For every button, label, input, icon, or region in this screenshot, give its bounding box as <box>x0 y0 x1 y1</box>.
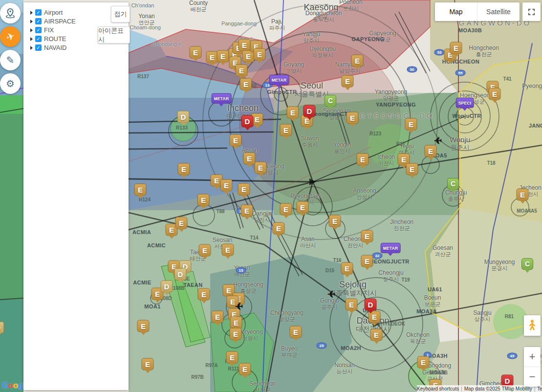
layer-label: Airport <box>44 9 63 16</box>
map-marker-e[interactable]: E <box>351 55 364 67</box>
map-marker-c[interactable]: C <box>325 95 336 107</box>
map-marker-e[interactable]: E <box>239 363 251 375</box>
map-marker-e[interactable]: E <box>425 145 437 157</box>
gear-icon: ⚙ <box>6 79 15 88</box>
layer-checkbox[interactable]: ✓ <box>35 18 42 24</box>
map-marker-e[interactable]: E <box>273 222 285 235</box>
map-marker-e[interactable]: E <box>197 194 210 206</box>
map-marker-e[interactable]: E <box>361 230 373 242</box>
layer-label: FIX <box>44 26 54 34</box>
map-marker-e[interactable]: E <box>489 88 501 100</box>
map-marker-e[interactable]: E <box>190 46 202 59</box>
zoom-in-button[interactable]: + <box>524 347 541 367</box>
expand-arrow-icon[interactable] <box>30 11 35 15</box>
map-marker-e[interactable]: E <box>230 317 242 329</box>
map-marker-d[interactable]: D <box>241 115 254 128</box>
map-marker-e[interactable]: E <box>199 244 211 257</box>
map-marker-e[interactable]: E <box>342 75 354 87</box>
pen-icon: ✎ <box>6 55 15 65</box>
map-marker-e[interactable]: E <box>137 320 150 332</box>
fullscreen-button[interactable] <box>522 2 541 21</box>
collapse-panel-button[interactable]: 접기 <box>111 6 130 22</box>
map-marker-e[interactable]: E <box>370 329 383 341</box>
flight-button[interactable]: ✈ <box>0 26 21 47</box>
map-marker-e[interactable]: E <box>243 152 256 165</box>
map-marker-e[interactable]: E <box>254 48 266 61</box>
map-marker-e[interactable]: E <box>255 162 267 174</box>
location-button[interactable] <box>0 3 21 23</box>
map-marker-e[interactable]: E <box>236 65 248 77</box>
map-marker-c[interactable]: C <box>447 178 459 190</box>
map-marker-e[interactable]: E <box>346 299 358 311</box>
expand-arrow-icon[interactable] <box>30 46 35 50</box>
map-type-satellite-button[interactable]: Satellite <box>477 2 520 21</box>
keyboard-shortcuts-link[interactable]: Keyboard shortcuts <box>417 386 459 392</box>
map-marker-e[interactable]: E <box>226 351 238 364</box>
icon-display-button[interactable]: 아이콘표시 <box>98 26 130 44</box>
layer-checkbox[interactable]: ✓ <box>35 27 42 33</box>
map-marker-e[interactable]: E <box>347 112 359 124</box>
draw-button[interactable]: ✎ <box>0 50 21 70</box>
layer-checkbox[interactable]: ✓ <box>35 36 42 42</box>
map-marker-e[interactable]: E <box>287 107 299 119</box>
attribution-separator: | <box>461 386 462 392</box>
map-marker-metar[interactable]: METAR <box>269 75 289 85</box>
map-marker-e[interactable]: E <box>329 215 341 227</box>
map-marker-e[interactable]: E <box>406 163 418 175</box>
map-marker-e[interactable]: E <box>517 189 529 201</box>
google-logo-letter: g <box>18 381 23 390</box>
attribution-separator: | <box>534 386 536 392</box>
map-marker-e[interactable]: E <box>134 184 147 196</box>
pegman-button[interactable] <box>524 315 541 336</box>
map-marker-d[interactable]: D <box>304 105 316 117</box>
layer-checkbox[interactable]: ✓ <box>35 9 42 16</box>
settings-button[interactable]: ⚙ <box>0 73 21 94</box>
map-marker-e[interactable]: E <box>212 311 224 323</box>
map-marker-metar[interactable]: METAR <box>381 243 401 253</box>
map-marker-e[interactable]: E <box>230 328 242 340</box>
map-marker-metar[interactable]: METAR <box>212 93 232 104</box>
map-marker-dt[interactable]: D <box>177 111 190 123</box>
map-marker-e[interactable]: E <box>230 134 242 147</box>
map-marker-e[interactable]: E <box>175 217 188 229</box>
map-type-control: Map Satellite <box>435 2 520 21</box>
expand-arrow-icon[interactable] <box>30 28 35 32</box>
map-marker-c[interactable]: C <box>521 258 533 270</box>
map-marker-e[interactable]: E <box>198 288 210 301</box>
zoom-out-button[interactable]: − <box>524 367 541 387</box>
map-marker-e[interactable]: E <box>280 124 292 136</box>
map-marker-e[interactable]: E <box>238 183 250 196</box>
map-marker-e[interactable]: E <box>357 153 369 166</box>
map-marker-e[interactable]: E <box>280 203 292 216</box>
map-marker-speci[interactable]: SPECI <box>456 98 474 108</box>
expand-arrow-icon[interactable] <box>30 20 35 23</box>
map-marker-d[interactable]: D <box>365 299 377 311</box>
map-marker-dt[interactable]: D <box>174 268 187 281</box>
map-marker-e[interactable]: E <box>417 356 430 369</box>
map-marker-e[interactable]: E <box>240 78 252 90</box>
fullscreen-icon <box>528 8 535 16</box>
map-marker-e[interactable]: E <box>241 205 253 217</box>
layer-row: ✓NAVAID <box>30 44 129 52</box>
map-marker-e[interactable]: E <box>405 118 417 131</box>
map-marker-e[interactable]: E <box>217 50 229 63</box>
map-marker-e[interactable]: E <box>238 39 251 51</box>
map-marker-e[interactable]: E <box>222 244 234 256</box>
airplane-icon: ✈ <box>5 31 16 43</box>
layer-label: ROUTE <box>44 35 66 43</box>
map-marker-e[interactable]: E <box>341 262 353 275</box>
map-marker-dt[interactable]: D <box>0 322 4 334</box>
map-type-map-button[interactable]: Map <box>435 2 477 21</box>
expand-arrow-icon[interactable] <box>30 37 35 41</box>
map-marker-e[interactable]: E <box>290 326 302 338</box>
map-marker-e[interactable]: E <box>361 255 373 267</box>
map-marker-e[interactable]: E <box>178 163 190 175</box>
map-marker-dt[interactable]: D <box>161 281 173 293</box>
layer-checkbox[interactable]: ✓ <box>35 44 42 51</box>
map-marker-e[interactable]: E <box>142 358 154 370</box>
map-marker-e[interactable]: E <box>220 179 233 192</box>
layer-label: NAVAID <box>44 44 66 51</box>
map-marker-e[interactable]: E <box>450 42 462 54</box>
map-marker-e[interactable]: E <box>297 201 309 214</box>
terms-link[interactable]: Term <box>537 386 542 392</box>
